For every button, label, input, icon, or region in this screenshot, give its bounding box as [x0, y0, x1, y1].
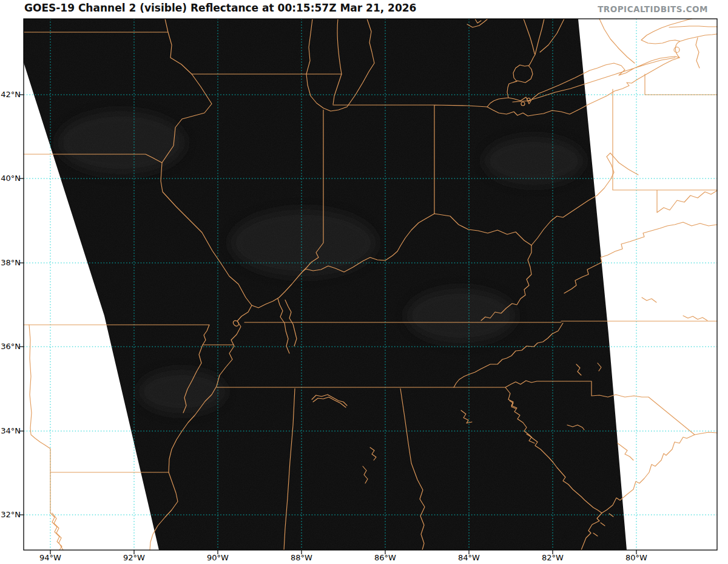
lon-axis-label: 80°W	[618, 553, 655, 563]
lon-axis-label: 86°W	[367, 553, 403, 563]
lat-axis-label: 32°N	[0, 510, 21, 520]
satellite-map	[0, 0, 728, 564]
lon-axis-label: 82°W	[534, 553, 571, 563]
lon-axis-label: 94°W	[32, 553, 69, 563]
lat-axis-label: 36°N	[0, 342, 21, 352]
lon-axis-label: 84°W	[451, 553, 487, 563]
lat-axis-label: 42°N	[0, 90, 21, 100]
lat-axis-label: 38°N	[0, 258, 21, 268]
lon-axis-label: 88°W	[283, 553, 320, 563]
lon-axis-label: 92°W	[116, 553, 152, 563]
lon-axis-label: 90°W	[200, 553, 236, 563]
lat-axis-label: 40°N	[0, 174, 21, 183]
satellite-image-viewer: GOES-19 Channel 2 (visible) Reflectance …	[0, 0, 728, 564]
lat-axis-label: 34°N	[0, 426, 21, 436]
